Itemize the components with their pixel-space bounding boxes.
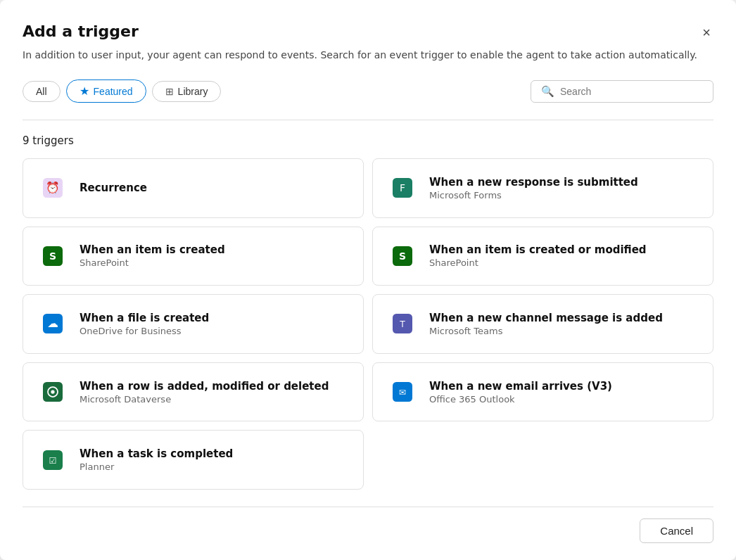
triggers-count: 9 triggers	[23, 134, 713, 147]
trigger-icon-onedrive-file: ☁	[37, 308, 68, 339]
trigger-icon-sharepoint-create: S	[37, 241, 68, 272]
dialog-subtitle: In addition to user input, your agent ca…	[23, 48, 713, 63]
svg-text:T: T	[399, 320, 405, 330]
svg-point-14	[51, 390, 54, 393]
library-icon: ⊞	[165, 86, 174, 97]
svg-text:✉: ✉	[399, 388, 406, 397]
search-icon: 🔍	[541, 85, 554, 98]
trigger-name-outlook-email: When a new email arrives (V3)	[429, 380, 612, 393]
trigger-info-outlook-email: When a new email arrives (V3)Office 365 …	[429, 380, 612, 405]
trigger-info-sharepoint-create: When an item is createdSharePoint	[80, 243, 225, 268]
trigger-source-forms-response: Microsoft Forms	[429, 190, 638, 201]
trigger-icon-sharepoint-modify: S	[387, 241, 418, 272]
filter-row: All ★ Featured ⊞ Library 🔍	[23, 79, 713, 103]
filter-all-button[interactable]: All	[23, 81, 61, 102]
trigger-card-forms-response[interactable]: F When a new response is submittedMicros…	[372, 158, 713, 218]
trigger-source-outlook-email: Office 365 Outlook	[429, 394, 612, 405]
trigger-card-dataverse-row[interactable]: When a row is added, modified or deleted…	[23, 362, 364, 422]
trigger-icon-dataverse-row	[37, 376, 68, 407]
section-divider	[23, 120, 713, 120]
trigger-name-recurrence: Recurrence	[80, 182, 147, 194]
dialog-header: Add a trigger ×	[23, 23, 713, 42]
svg-text:⏰: ⏰	[46, 182, 60, 195]
trigger-info-onedrive-file: When a file is createdOneDrive for Busin…	[80, 312, 209, 336]
triggers-grid: ⏰ Recurrence F When a new response is su…	[23, 158, 713, 490]
trigger-icon-planner-task: ☑	[37, 445, 68, 476]
svg-text:F: F	[400, 183, 405, 194]
dialog-title: Add a trigger	[23, 23, 139, 40]
trigger-source-onedrive-file: OneDrive for Business	[80, 326, 209, 336]
trigger-name-planner-task: When a task is completed	[80, 447, 233, 460]
filter-featured-button[interactable]: ★ Featured	[66, 79, 146, 103]
trigger-source-teams-channel: Microsoft Teams	[429, 326, 663, 336]
trigger-icon-forms-response: F	[387, 172, 418, 203]
svg-text:☑: ☑	[49, 456, 57, 466]
trigger-info-forms-response: When a new response is submittedMicrosof…	[429, 176, 638, 201]
trigger-name-dataverse-row: When a row is added, modified or deleted	[80, 380, 329, 393]
trigger-info-dataverse-row: When a row is added, modified or deleted…	[80, 380, 329, 405]
star-icon: ★	[80, 84, 89, 98]
trigger-info-teams-channel: When a new channel message is addedMicro…	[429, 312, 663, 336]
trigger-card-outlook-email[interactable]: ✉ When a new email arrives (V3)Office 36…	[372, 362, 713, 422]
trigger-source-sharepoint-create: SharePoint	[80, 257, 225, 268]
filter-featured-label: Featured	[94, 86, 133, 97]
trigger-name-forms-response: When a new response is submitted	[429, 176, 638, 189]
svg-text:☁: ☁	[47, 317, 58, 331]
trigger-icon-recurrence: ⏰	[37, 172, 68, 203]
trigger-info-recurrence: Recurrence	[80, 182, 147, 194]
svg-text:S: S	[399, 250, 406, 262]
trigger-source-sharepoint-modify: SharePoint	[429, 257, 647, 268]
svg-text:S: S	[49, 250, 56, 262]
search-box: 🔍	[531, 80, 713, 103]
cancel-button[interactable]: Cancel	[640, 518, 713, 543]
trigger-name-onedrive-file: When a file is created	[80, 312, 209, 324]
trigger-info-sharepoint-modify: When an item is created or modifiedShare…	[429, 243, 647, 268]
filter-library-label: Library	[178, 86, 208, 97]
trigger-name-teams-channel: When a new channel message is added	[429, 312, 663, 324]
trigger-card-sharepoint-create[interactable]: S When an item is createdSharePoint	[23, 227, 364, 286]
trigger-icon-outlook-email: ✉	[387, 376, 418, 407]
trigger-source-planner-task: Planner	[80, 462, 233, 472]
trigger-card-teams-channel[interactable]: T When a new channel message is addedMic…	[372, 294, 713, 354]
add-trigger-dialog: Add a trigger × In addition to user inpu…	[0, 0, 736, 560]
trigger-card-sharepoint-modify[interactable]: S When an item is created or modifiedSha…	[372, 227, 713, 286]
trigger-icon-teams-channel: T	[387, 308, 418, 339]
trigger-card-recurrence[interactable]: ⏰ Recurrence	[23, 158, 364, 218]
trigger-info-planner-task: When a task is completedPlanner	[80, 447, 233, 472]
dialog-footer: Cancel	[23, 507, 713, 543]
trigger-card-planner-task[interactable]: ☑ When a task is completedPlanner	[23, 430, 364, 490]
trigger-name-sharepoint-modify: When an item is created or modified	[429, 243, 647, 256]
filter-library-button[interactable]: ⊞ Library	[152, 81, 222, 102]
trigger-source-dataverse-row: Microsoft Dataverse	[80, 394, 329, 405]
search-input[interactable]	[560, 86, 703, 97]
close-button[interactable]: ×	[699, 23, 713, 42]
trigger-name-sharepoint-create: When an item is created	[80, 243, 225, 256]
trigger-card-onedrive-file[interactable]: ☁ When a file is createdOneDrive for Bus…	[23, 294, 364, 354]
